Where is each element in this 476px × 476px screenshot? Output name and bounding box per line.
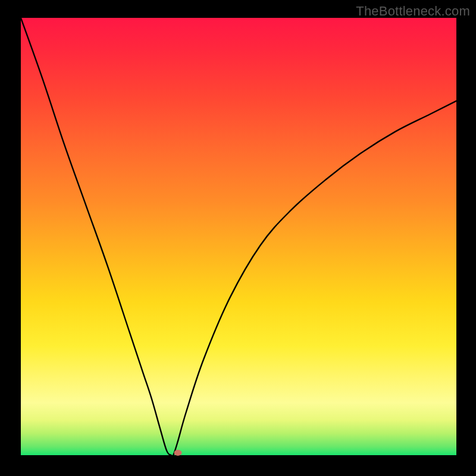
watermark-text: TheBottleneck.com [356,4,470,19]
plot-area [21,18,456,455]
bottleneck-curve-line [21,18,456,455]
chart-container: TheBottleneck.com [0,0,476,476]
optimal-point-marker [174,450,181,456]
curve-svg [21,18,456,455]
